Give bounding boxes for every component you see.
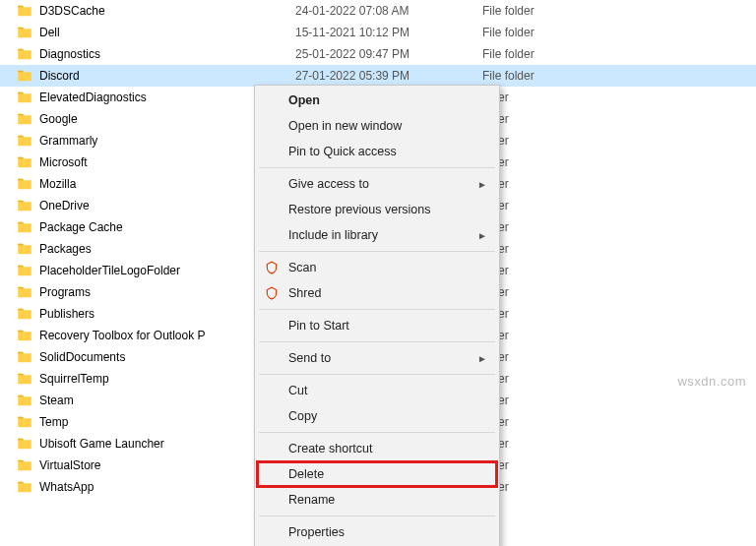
file-type: File folder: [482, 47, 535, 61]
folder-icon: [16, 110, 33, 128]
menu-label: Scan: [288, 261, 317, 274]
folder-icon: [16, 24, 33, 41]
file-name: D3DSCache: [39, 4, 295, 18]
menu-label: Pin to Start: [288, 319, 349, 333]
menu-separator: [259, 374, 495, 375]
menu-separator: [259, 341, 495, 342]
file-date: 24-01-2022 07:08 AM: [295, 4, 482, 18]
folder-icon: [16, 305, 33, 323]
folder-icon: [16, 175, 33, 193]
menu-label: Cut: [288, 384, 307, 397]
menu-separator: [259, 516, 495, 516]
folder-icon: [16, 327, 33, 344]
chevron-right-icon: ►: [477, 230, 487, 241]
menu-separator: [259, 309, 495, 310]
menu-label: Send to: [288, 351, 331, 365]
folder-icon: [16, 67, 33, 85]
chevron-right-icon: ►: [477, 179, 487, 190]
folder-icon: [16, 89, 33, 106]
menu-restore-previous[interactable]: Restore previous versions: [257, 197, 497, 222]
menu-send-to[interactable]: Send to►: [257, 345, 497, 371]
watermark-text: wsxdn.com: [677, 374, 746, 389]
menu-open-new-window[interactable]: Open in new window: [257, 113, 497, 139]
menu-pin-quick-access[interactable]: Pin to Quick access: [257, 139, 497, 164]
menu-properties[interactable]: Properties: [257, 519, 497, 545]
menu-label: Shred: [288, 286, 321, 300]
menu-create-shortcut[interactable]: Create shortcut: [257, 436, 497, 461]
file-type: File folder: [482, 26, 535, 39]
menu-scan[interactable]: Scan: [257, 255, 497, 280]
menu-separator: [259, 251, 495, 252]
menu-cut[interactable]: Cut: [257, 378, 497, 403]
folder-icon: [16, 197, 33, 214]
shield-icon: [264, 260, 280, 275]
menu-label: Include in library: [288, 228, 378, 242]
folder-icon: [16, 413, 33, 431]
shield-icon: [264, 285, 280, 301]
menu-open[interactable]: Open: [257, 88, 497, 113]
folder-icon: [16, 240, 33, 258]
menu-include-in-library[interactable]: Include in library►: [257, 222, 497, 248]
chevron-right-icon: ►: [477, 353, 487, 364]
folder-icon: [16, 2, 33, 20]
menu-separator: [259, 167, 495, 168]
file-name: Diagnostics: [39, 47, 295, 61]
file-date: 15-11-2021 10:12 PM: [295, 26, 482, 39]
menu-label: Open: [288, 93, 320, 107]
folder-icon: [16, 435, 33, 453]
file-date: 25-01-2022 09:47 PM: [295, 47, 482, 61]
menu-delete[interactable]: Delete: [257, 461, 497, 487]
file-row[interactable]: Discord27-01-2022 05:39 PMFile folder: [0, 65, 756, 87]
folder-icon: [16, 283, 33, 301]
folder-icon: [16, 153, 33, 171]
menu-label: Give access to: [288, 177, 369, 191]
folder-icon: [16, 370, 33, 388]
context-menu: Open Open in new window Pin to Quick acc…: [254, 85, 500, 546]
file-row[interactable]: Dell15-11-2021 10:12 PMFile folder: [0, 22, 756, 43]
menu-separator: [259, 432, 495, 433]
menu-label: Copy: [288, 409, 317, 423]
menu-label: Create shortcut: [288, 442, 372, 455]
file-row[interactable]: D3DSCache24-01-2022 07:08 AMFile folder: [0, 0, 756, 22]
menu-label: Open in new window: [288, 119, 402, 133]
file-row[interactable]: Diagnostics25-01-2022 09:47 PMFile folde…: [0, 43, 756, 65]
menu-pin-to-start[interactable]: Pin to Start: [257, 313, 497, 338]
menu-label: Pin to Quick access: [288, 145, 397, 158]
menu-label: Properties: [288, 525, 345, 539]
file-name: Discord: [39, 69, 295, 83]
menu-copy[interactable]: Copy: [257, 403, 497, 429]
folder-icon: [16, 478, 33, 496]
menu-label: Restore previous versions: [288, 203, 431, 216]
file-date: 27-01-2022 05:39 PM: [295, 69, 482, 83]
folder-icon: [16, 262, 33, 279]
menu-give-access-to[interactable]: Give access to►: [257, 171, 497, 197]
file-name: Dell: [39, 26, 295, 39]
folder-icon: [16, 218, 33, 236]
menu-shred[interactable]: Shred: [257, 280, 497, 306]
file-type: File folder: [482, 4, 535, 18]
folder-icon: [16, 456, 33, 474]
folder-icon: [16, 392, 33, 409]
menu-label: Delete: [288, 467, 324, 481]
folder-icon: [16, 132, 33, 150]
folder-icon: [16, 348, 33, 366]
menu-label: Rename: [288, 493, 335, 507]
folder-icon: [16, 45, 33, 63]
menu-rename[interactable]: Rename: [257, 487, 497, 513]
file-type: File folder: [482, 69, 535, 83]
